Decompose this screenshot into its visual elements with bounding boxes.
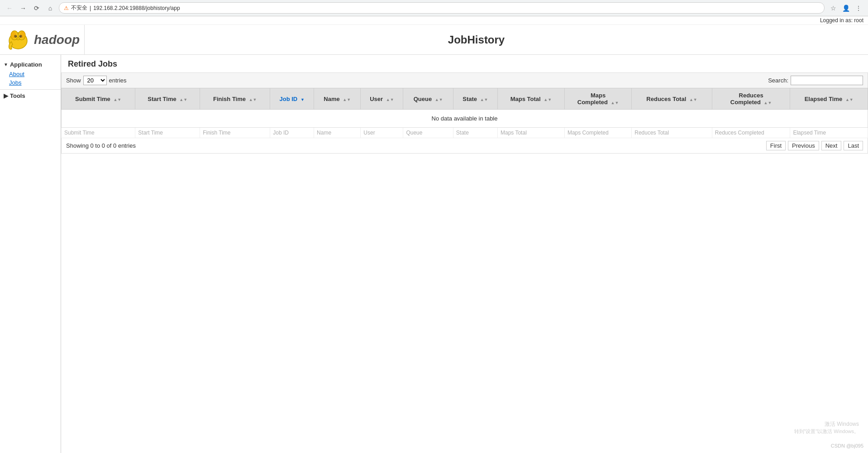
col-state-label: State (463, 96, 477, 102)
sort-arrows-name: ▲▼ (343, 98, 351, 102)
footer-col-state: State (453, 128, 497, 138)
hadoop-elephant-icon (5, 27, 32, 52)
footer-col-start-time: Start Time (135, 128, 200, 138)
no-data-cell: No data available in table (62, 110, 868, 128)
sort-arrows-reduces-completed: ▲▼ (764, 101, 772, 105)
top-bar: hadoop JobHistory (0, 25, 868, 55)
application-section: ▼ Application About Jobs (0, 57, 61, 89)
sort-arrows-start-time: ▲▼ (179, 98, 187, 102)
table-header: Submit Time ▲▼ Start Time ▲▼ Finish Time… (62, 88, 868, 110)
user-button[interactable]: 👤 (841, 3, 851, 13)
pagination-buttons: First Previous Next Last (766, 141, 863, 150)
sort-arrows-queue: ▲▼ (435, 98, 443, 102)
col-name-label: Name (324, 96, 339, 102)
col-reduces-total[interactable]: Reduces Total ▲▼ (632, 88, 712, 110)
sort-arrows-job-id: ▼ (300, 98, 305, 102)
no-data-row: No data available in table (62, 110, 868, 128)
bookmark-button[interactable]: ☆ (828, 3, 838, 13)
sort-arrows-state: ▲▼ (480, 98, 488, 102)
sort-arrows-submit-time: ▲▼ (113, 98, 121, 102)
reload-button[interactable]: ⟳ (32, 3, 42, 13)
first-button[interactable]: First (766, 141, 786, 150)
browser-chrome: ← → ⟳ ⌂ ⚠ 不安全 | 192.168.2.204:19888/jobh… (0, 0, 868, 16)
browser-actions: ☆ 👤 ⋮ (828, 3, 863, 13)
entries-label: entries (109, 77, 127, 84)
watermark-line2: 转到"设置"以激活 Windows。 (794, 428, 859, 435)
col-reduces-completed[interactable]: ReducesCompleted ▲▼ (712, 88, 790, 110)
footer-col-reduces-completed: Reduces Completed (712, 128, 790, 138)
footer-col-name: Name (314, 128, 361, 138)
col-finish-time-label: Finish Time (213, 96, 246, 102)
footer-col-maps-completed: Maps Completed (564, 128, 631, 138)
sidebar-item-jobs[interactable]: Jobs (0, 78, 61, 87)
title-area: JobHistory (85, 25, 868, 54)
sort-arrows-elapsed-time: ▲▼ (845, 98, 854, 102)
sort-arrows-reduces-total: ▲▼ (689, 98, 697, 102)
back-button[interactable]: ← (5, 3, 14, 13)
col-reduces-completed-label: ReducesCompleted (730, 92, 763, 106)
menu-button[interactable]: ⋮ (854, 3, 863, 13)
url-text: 192.168.2.204:19888/jobhistory/app (93, 5, 180, 11)
footer-col-elapsed-time: Elapsed Time (790, 128, 868, 138)
hadoop-text: hadoop (34, 33, 80, 47)
watermark: 激活 Windows 转到"设置"以激活 Windows。 (794, 420, 859, 435)
tools-arrow: ▶ (4, 92, 8, 99)
home-button[interactable]: ⌂ (45, 3, 55, 13)
svg-point-5 (11, 31, 16, 39)
application-header[interactable]: ▼ Application (0, 59, 61, 70)
show-label: Show (66, 77, 81, 84)
section-title: Retired Jobs (68, 59, 117, 69)
col-submit-time[interactable]: Submit Time ▲▼ (62, 88, 135, 110)
entries-select[interactable]: 20 50 100 (83, 76, 107, 85)
csdn-credit: CSDN @bj095 (831, 443, 863, 448)
col-maps-completed[interactable]: MapsCompleted ▲▼ (564, 88, 631, 110)
col-maps-total[interactable]: Maps Total ▲▼ (497, 88, 564, 110)
col-user-label: User (370, 96, 383, 102)
watermark-line1: 激活 Windows (794, 420, 859, 428)
application-arrow: ▼ (4, 62, 8, 67)
sort-arrows-maps-completed: ▲▼ (611, 101, 619, 105)
col-elapsed-time-label: Elapsed Time (805, 96, 843, 102)
col-elapsed-time[interactable]: Elapsed Time ▲▼ (790, 88, 868, 110)
data-table: Submit Time ▲▼ Start Time ▲▼ Finish Time… (61, 88, 868, 138)
search-area: Search: (768, 76, 863, 85)
col-queue[interactable]: Queue ▲▼ (403, 88, 453, 110)
col-name[interactable]: Name ▲▼ (314, 88, 361, 110)
col-state[interactable]: State ▲▼ (453, 88, 497, 110)
footer-col-queue: Queue (403, 128, 453, 138)
footer-column-row: Submit Time Start Time Finish Time Job I… (62, 128, 868, 138)
tools-header[interactable]: ▶ Tools (0, 89, 61, 102)
previous-button[interactable]: Previous (788, 141, 819, 150)
address-bar[interactable]: ⚠ 不安全 | 192.168.2.204:19888/jobhistory/a… (59, 2, 825, 14)
last-button[interactable]: Last (844, 141, 863, 150)
logged-in-bar: Logged in as: root (0, 16, 868, 25)
col-start-time-label: Start Time (148, 96, 176, 102)
main-content: Retired Jobs Show 20 50 100 entries Sear… (61, 55, 868, 453)
col-finish-time[interactable]: Finish Time ▲▼ (200, 88, 270, 110)
content-header: Retired Jobs (61, 55, 868, 72)
search-label: Search: (768, 77, 788, 84)
col-queue-label: Queue (414, 96, 432, 102)
search-input[interactable] (791, 76, 863, 85)
col-user[interactable]: User ▲▼ (361, 88, 403, 110)
separator: | (90, 5, 91, 11)
logo-area: hadoop (0, 25, 85, 54)
application-label: Application (10, 61, 42, 68)
forward-button[interactable]: → (18, 3, 28, 13)
col-maps-total-label: Maps Total (510, 96, 541, 102)
col-start-time[interactable]: Start Time ▲▼ (135, 88, 200, 110)
show-entries: Show 20 50 100 entries (66, 76, 127, 85)
col-job-id[interactable]: Job ID ▼ (270, 88, 314, 110)
col-reduces-total-label: Reduces Total (646, 96, 686, 102)
header-row: Submit Time ▲▼ Start Time ▲▼ Finish Time… (62, 88, 868, 110)
showing-text: Showing 0 to 0 of 0 entries (66, 142, 136, 149)
next-button[interactable]: Next (821, 141, 842, 150)
sidebar-item-about[interactable]: About (0, 70, 61, 78)
address-warning-text: 不安全 (71, 4, 87, 12)
security-warning: ⚠ (64, 5, 69, 11)
footer-col-job-id: Job ID (270, 128, 314, 138)
sort-arrows-user: ▲▼ (386, 98, 394, 102)
footer-col-finish-time: Finish Time (200, 128, 270, 138)
table-footer: Showing 0 to 0 of 0 entries First Previo… (61, 138, 868, 154)
svg-point-6 (20, 31, 25, 39)
